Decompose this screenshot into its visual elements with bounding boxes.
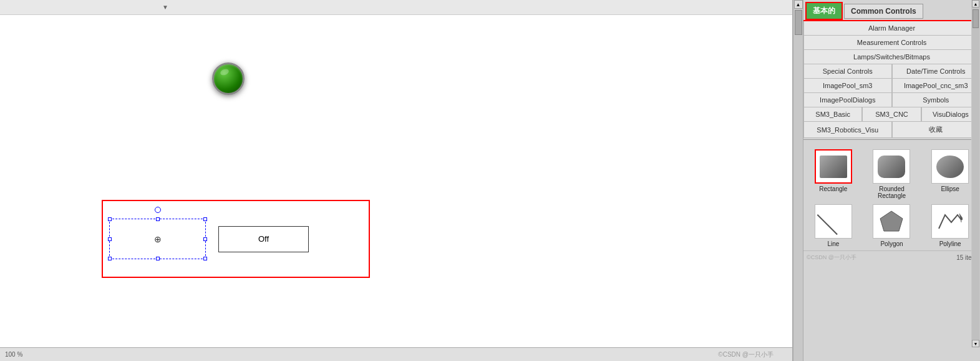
polygon-icon — [879, 210, 904, 234]
ellipse-icon — [936, 156, 964, 178]
polyline-icon — [938, 210, 963, 234]
shape-rounded-rectangle-icon-wrap[interactable] — [873, 149, 910, 184]
resize-handle-tl[interactable] — [108, 217, 112, 221]
resize-handle-ml[interactable] — [108, 237, 112, 241]
top-toolbar: ▼ — [0, 0, 792, 15]
rectangle-icon — [820, 156, 847, 178]
category-sm3-basic[interactable]: SM3_Basic — [803, 107, 862, 122]
separator — [803, 139, 980, 140]
scroll-right-down[interactable]: ▼ — [972, 340, 979, 347]
watermark: ©CSDN @一只小手 — [718, 350, 774, 359]
panel-content: 基本的 Common Controls Alarm Manager Measur… — [803, 0, 980, 361]
category-row-1: Special Controls Date/Time Controls — [803, 64, 980, 79]
tab-row: 基本的 Common Controls — [803, 0, 980, 21]
resize-handle-bm[interactable] — [156, 257, 160, 260]
category-row-2: ImagePool_sm3 ImagePool_cnc_sm3 — [803, 79, 980, 93]
scroll-thumb[interactable] — [795, 10, 802, 35]
rounded-rectangle-icon — [878, 156, 905, 178]
category-measurement-controls[interactable]: Measurement Controls — [803, 36, 980, 50]
green-lamp — [212, 62, 245, 95]
scroll-up-arrow[interactable]: ▲ — [794, 0, 803, 9]
svg-marker-0 — [880, 211, 903, 231]
category-special-controls[interactable]: Special Controls — [803, 64, 892, 79]
shape-polyline-label: Polyline — [939, 240, 961, 247]
panel-scrollbar[interactable]: ▲ — [793, 0, 803, 361]
off-button[interactable]: Off — [218, 226, 309, 252]
resize-handle-mr[interactable] — [203, 237, 207, 241]
rotate-handle[interactable] — [155, 207, 161, 213]
shapes-grid: Rectangle Rounded Rectangle Ellipse — [803, 146, 980, 250]
shape-polygon-icon-wrap[interactable] — [873, 204, 910, 239]
category-sm3-cnc[interactable]: SM3_CNC — [862, 107, 921, 122]
category-row-4: SM3_Basic SM3_CNC VisuDialogs — [803, 107, 980, 122]
category-lamps-switches[interactable]: Lamps/Switches/Bitmaps — [803, 50, 980, 64]
category-imagepool-cnc-sm3[interactable]: ImagePool_cnc_sm3 — [892, 79, 981, 93]
shape-line-icon-wrap[interactable] — [815, 204, 852, 239]
resize-handle-tm[interactable] — [156, 217, 160, 221]
shape-rectangle-icon-wrap[interactable] — [815, 149, 852, 184]
tab-basic[interactable]: 基本的 — [805, 2, 843, 20]
off-label: Off — [258, 234, 269, 244]
category-favorites[interactable]: 收藏 — [892, 122, 981, 138]
shape-ellipse[interactable]: Ellipse — [923, 149, 977, 199]
shape-polygon-label: Polygon — [880, 240, 903, 247]
toggle-control[interactable]: ⊕ — [109, 219, 206, 259]
right-scroll-thumb[interactable] — [973, 9, 979, 28]
category-alarm-manager[interactable]: Alarm Manager — [803, 21, 980, 36]
resize-handle-tr[interactable] — [203, 217, 207, 221]
shape-polyline-icon-wrap[interactable] — [931, 204, 969, 239]
move-icon: ⊕ — [154, 234, 162, 244]
main-canvas: ▼ ⊕ Off 100 % ©CSDN @一只小手 — [0, 0, 793, 361]
category-symbols[interactable]: Symbols — [892, 93, 981, 107]
right-panel: ▲ 基本的 Common Controls Alarm Manager Meas… — [793, 0, 980, 361]
panel-status-bar: ©CSDN @一只小手 15 item — [803, 250, 980, 264]
watermark-text: ©CSDN @一只小手 — [807, 254, 956, 262]
resize-handle-br[interactable] — [203, 257, 207, 260]
toolbar-text: ▼ — [162, 4, 168, 11]
lamp-sphere — [212, 62, 245, 95]
tab-common-controls[interactable]: Common Controls — [844, 4, 923, 19]
resize-handle-bl[interactable] — [108, 257, 112, 260]
right-scroll-track — [972, 8, 979, 339]
category-imagepooldialogs[interactable]: ImagePoolDialogs — [803, 93, 892, 107]
shape-line[interactable]: Line — [807, 204, 860, 247]
category-row-3: ImagePoolDialogs Symbols — [803, 93, 980, 107]
category-datetime-controls[interactable]: Date/Time Controls — [892, 64, 981, 79]
shape-rounded-rectangle-label: Rounded Rectangle — [865, 185, 919, 199]
zoom-level: 100 % — [5, 351, 22, 358]
category-row-5: SM3_Robotics_Visu 收藏 — [803, 122, 980, 138]
shape-polyline[interactable]: Polyline — [923, 204, 977, 247]
shape-ellipse-icon-wrap[interactable] — [931, 149, 969, 184]
scroll-right-up[interactable]: ▲ — [972, 0, 979, 7]
shape-polygon[interactable]: Polygon — [865, 204, 919, 247]
shape-rectangle[interactable]: Rectangle — [807, 149, 860, 199]
category-imagepool-sm3[interactable]: ImagePool_sm3 — [803, 79, 892, 93]
shape-rounded-rectangle[interactable]: Rounded Rectangle — [865, 149, 919, 199]
right-scrollbar[interactable]: ▲ ▼ — [971, 0, 980, 347]
selected-widget[interactable]: ⊕ Off — [102, 200, 370, 278]
shape-line-label: Line — [827, 240, 839, 247]
shape-rectangle-label: Rectangle — [819, 185, 847, 192]
category-sm3-robotics[interactable]: SM3_Robotics_Visu — [803, 122, 892, 138]
shape-ellipse-label: Ellipse — [941, 185, 959, 192]
line-icon — [818, 209, 849, 234]
main-status-bar: 100 % ©CSDN @一只小手 — [0, 347, 792, 361]
